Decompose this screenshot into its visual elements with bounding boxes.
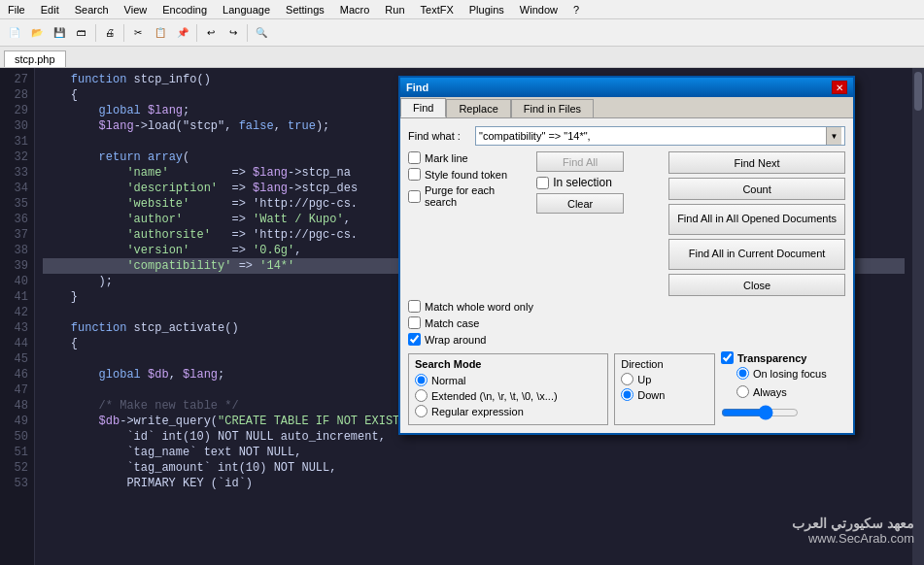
tab-replace[interactable]: Replace [446, 99, 510, 117]
code-line: PRIMARY KEY (`id`) [43, 476, 905, 491]
watermark-line1: معهد سكيورتي العرب [792, 515, 914, 531]
tab-find-in-files[interactable]: Find in Files [511, 99, 594, 117]
line-number: 49 [6, 414, 28, 429]
radio-on-losing-focus[interactable] [736, 367, 749, 380]
menu-window[interactable]: Window [516, 3, 562, 17]
radio-always[interactable] [736, 385, 749, 398]
radio-down[interactable] [621, 388, 633, 401]
find-next-button[interactable]: Find Next [668, 151, 845, 174]
radio-normal-row: Normal [415, 374, 601, 386]
line-number: 30 [6, 118, 28, 134]
line-number: 33 [6, 165, 28, 181]
match-case-row: Match case [408, 316, 845, 329]
redo-button[interactable]: ↪ [222, 22, 244, 44]
watermark: معهد سكيورتي العرب www.SecArab.com [792, 515, 914, 546]
paste-button[interactable]: 📌 [172, 22, 193, 44]
menu-macro[interactable]: Macro [336, 3, 374, 17]
find-titlebar: Find ✕ [400, 78, 853, 97]
cut-button[interactable]: ✂ [127, 22, 149, 44]
match-case-checkbox[interactable] [408, 316, 421, 329]
line-number: 52 [6, 460, 28, 476]
find-what-row: Find what : "compatibility" => "14*", ▼ [408, 126, 845, 146]
menu-encoding[interactable]: Encoding [158, 3, 211, 17]
line-number: 37 [6, 227, 28, 243]
find-combo-arrow[interactable]: ▼ [826, 127, 841, 145]
close-button[interactable]: Close [668, 274, 845, 296]
transparency-checkbox[interactable] [721, 351, 734, 364]
find-what-combo[interactable]: "compatibility" => "14*", ▼ [475, 126, 845, 146]
purge-each-search-checkbox[interactable] [408, 190, 421, 203]
save-all-button[interactable]: 🗃 [71, 22, 92, 44]
search-mode-title: Search Mode [415, 358, 601, 370]
copy-button[interactable]: 📋 [150, 22, 171, 44]
clear-button[interactable]: Clear [536, 193, 624, 214]
mark-line-checkbox[interactable] [408, 151, 421, 164]
count-button[interactable]: Count [668, 178, 845, 200]
menu-settings[interactable]: Settings [282, 3, 328, 17]
find-button[interactable]: 🔍 [251, 22, 272, 44]
scrollbar-right[interactable] [912, 68, 924, 565]
find-all-current-button[interactable]: Find All in Current Document [668, 239, 845, 270]
scrollbar-thumb[interactable] [914, 72, 922, 111]
in-selection-checkbox[interactable] [536, 177, 549, 189]
line-numbers: 2728293031323334353637383940414243444546… [0, 68, 35, 565]
tab-find[interactable]: Find [400, 98, 446, 117]
purge-each-search-label: Purge for each search [425, 184, 521, 208]
transparency-slider-row [721, 406, 845, 419]
open-button[interactable]: 📂 [26, 22, 48, 44]
right-buttons-group: Find Next Count Find All in AIl Opened D… [668, 151, 845, 296]
radio-up[interactable] [621, 373, 633, 385]
print-button[interactable]: 🖨 [99, 22, 120, 44]
transparency-section: Transparency On losing focus Always [721, 349, 845, 425]
match-whole-word-checkbox[interactable] [408, 300, 421, 313]
match-whole-word-row: Match whole word only [408, 300, 845, 313]
radio-normal-label: Normal [431, 375, 465, 386]
menu-help[interactable]: ? [569, 3, 583, 17]
match-whole-word-label: Match whole word only [425, 301, 533, 313]
checkbox-group-top: Mark line Style found token Purge for ea… [408, 151, 845, 296]
line-number: 43 [6, 320, 28, 336]
radio-regex-label: Regular expression [431, 406, 524, 417]
style-found-token-checkbox[interactable] [408, 168, 421, 181]
menu-file[interactable]: File [4, 3, 29, 17]
radio-up-row: Up [621, 373, 708, 385]
radio-normal[interactable] [415, 374, 428, 386]
wrap-around-row: Wrap around [408, 333, 845, 346]
transparency-header: Transparency [721, 351, 845, 364]
line-number: 48 [6, 398, 28, 414]
find-what-label: Find what : [408, 130, 471, 142]
line-number: 35 [6, 196, 28, 212]
radio-regex[interactable] [415, 405, 428, 417]
new-button[interactable]: 📄 [4, 22, 25, 44]
line-number: 46 [6, 367, 28, 382]
wrap-around-checkbox[interactable] [408, 333, 421, 346]
find-all-group: Find All In selection Clear [536, 151, 653, 296]
menu-textfx[interactable]: TextFX [417, 3, 458, 17]
menu-edit[interactable]: Edit [37, 3, 63, 17]
on-losing-focus-row: On losing focus [721, 367, 845, 380]
find-close-button[interactable]: ✕ [832, 81, 847, 94]
radio-down-label: Down [637, 389, 665, 401]
menu-run[interactable]: Run [381, 3, 408, 17]
file-tab[interactable]: stcp.php [4, 50, 66, 67]
line-number: 51 [6, 445, 28, 460]
find-all-button[interactable]: Find All [536, 151, 624, 172]
menu-view[interactable]: View [120, 3, 152, 17]
save-button[interactable]: 💾 [49, 22, 70, 44]
find-all-opened-button[interactable]: Find All in AIl Opened Documents [668, 204, 845, 235]
menu-plugins[interactable]: Plugins [465, 3, 508, 17]
undo-button[interactable]: ↩ [200, 22, 222, 44]
in-selection-row: In selection [536, 176, 612, 189]
search-mode-box: Search Mode Normal Extended (\n, \r, \t,… [408, 353, 608, 425]
purge-each-search-row: Purge for each search [408, 184, 521, 208]
style-found-token-row: Style found token [408, 168, 521, 181]
match-case-label: Match case [425, 317, 479, 329]
transparency-slider[interactable] [721, 406, 799, 419]
line-number: 32 [6, 150, 28, 165]
line-number: 47 [6, 382, 28, 398]
line-number: 45 [6, 351, 28, 367]
menu-language[interactable]: Language [219, 3, 274, 17]
radio-extended[interactable] [415, 389, 428, 402]
menu-search[interactable]: Search [71, 3, 113, 17]
menubar: File Edit Search View Encoding Language … [0, 0, 924, 19]
